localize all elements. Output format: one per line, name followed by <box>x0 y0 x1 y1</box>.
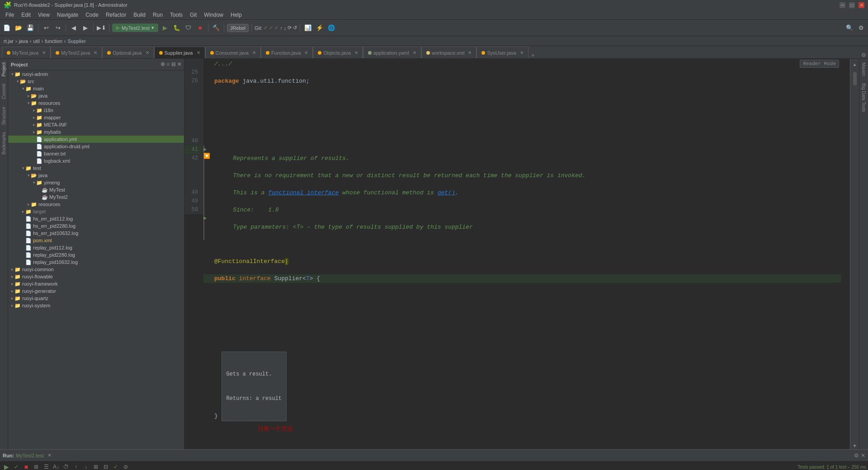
sidebar-item-project[interactable]: Project <box>0 59 7 80</box>
show-ignored-btn[interactable]: ⊘ <box>121 462 130 470</box>
tree-item-ruoyi-admin[interactable]: ▾ 📁 ruoyi-admin <box>8 70 184 78</box>
run-close-icon[interactable]: ✕ <box>47 452 52 458</box>
tab-close-appyaml[interactable]: ✕ <box>413 50 416 55</box>
show-passed-btn[interactable]: ✓ <box>111 462 120 470</box>
sidebar-item-commit[interactable]: Commit <box>0 80 7 103</box>
profiler-btn[interactable]: ⚡ <box>315 23 325 33</box>
tree-item-resources-test[interactable]: ▸ 📁 resources <box>8 201 184 208</box>
tree-item-application-druid[interactable]: 📄 application-druid.yml <box>8 143 184 150</box>
project-expand-icon[interactable]: ⊟ <box>171 61 175 67</box>
tree-item-application-yml[interactable]: 📄 application.yml <box>8 136 184 143</box>
tree-item-replay1[interactable]: 📄 replay_pid112.log <box>8 244 184 251</box>
tree-item-replay3[interactable]: 📄 replay_pid10632.log <box>8 258 184 266</box>
breadcrumb-item-function[interactable]: function <box>45 38 62 44</box>
scroll-top-btn[interactable]: ▲ <box>851 61 859 68</box>
reader-mode-button[interactable]: Reader Mode <box>800 60 839 68</box>
sidebar-item-bigdata[interactable]: Big Data Tools <box>860 80 867 116</box>
menu-run[interactable]: Run <box>149 11 166 19</box>
tree-item-target[interactable]: ▸ 📁 target <box>8 208 184 215</box>
tab-overflow-btn[interactable]: » <box>528 52 538 58</box>
minimize-button[interactable]: ─ <box>840 2 845 8</box>
search-everywhere-btn[interactable]: 🔍 <box>844 23 854 33</box>
project-close-icon[interactable]: ✕ <box>177 61 181 67</box>
run-btn[interactable]: ▶ <box>160 23 170 33</box>
tab-optional[interactable]: Optional.java ✕ <box>102 47 154 58</box>
tree-item-log2[interactable]: 📄 hs_err_pid2280.log <box>8 222 184 230</box>
build-btn[interactable]: 🔨 <box>211 23 221 33</box>
new-file-btn[interactable]: 📄 <box>2 23 12 33</box>
expand-all-btn[interactable]: ⊞ <box>91 462 100 470</box>
tab-close-sysuser[interactable]: ✕ <box>520 50 524 55</box>
menu-view[interactable]: View <box>34 11 53 19</box>
tab-close-supplier[interactable]: ✕ <box>197 50 200 55</box>
tab-supplier[interactable]: Supplier.java ✕ <box>154 47 205 58</box>
rerun-btn[interactable]: ▶ <box>2 462 11 470</box>
tree-item-log1[interactable]: 📄 hs_err_pid112.log <box>8 215 184 222</box>
tree-item-replay2[interactable]: 📄 replay_pid2280.log <box>8 251 184 258</box>
sidebar-item-maven[interactable]: Maven <box>860 59 867 80</box>
tree-item-mytest[interactable]: ☕ MyTest <box>8 186 184 193</box>
tree-item-yimeng[interactable]: ▾ 📁 yimeng <box>8 179 184 186</box>
breadcrumb-item-util[interactable]: util <box>33 38 40 44</box>
run-settings-icon[interactable]: ⚙ <box>854 452 859 459</box>
jrebel-button[interactable]: JRebel <box>227 24 249 32</box>
settings-btn[interactable]: ⚙ <box>856 23 866 33</box>
tab-objects[interactable]: Objects.java ✕ <box>313 47 363 58</box>
redo-btn[interactable]: ↪ <box>53 23 63 33</box>
editor-content[interactable]: 25 26 40 41 42 48 49 50 / <box>184 59 850 449</box>
debug-btn[interactable]: 🐛 <box>172 23 182 33</box>
tab-close-optional[interactable]: ✕ <box>146 50 149 55</box>
tree-item-logback[interactable]: 📄 logback.xml <box>8 157 184 164</box>
run-recent-btn[interactable]: ▶⬇ <box>96 23 106 33</box>
project-settings-icon[interactable]: ⚙ <box>160 61 165 67</box>
tree-item-ruoyi-quartz[interactable]: ▸ 📁 ruoyi-quartz <box>8 295 184 302</box>
menu-git[interactable]: Git <box>186 11 200 19</box>
code-viewport[interactable]: /.../ package java.util.function; Repres… <box>203 59 841 449</box>
tree-item-ruoyi-common[interactable]: ▸ 📁 ruoyi-common <box>8 266 184 273</box>
next-failed-btn[interactable]: ↓ <box>81 462 90 470</box>
sidebar-item-structure[interactable]: Structure <box>0 103 7 129</box>
tree-item-ruoyi-generator[interactable]: ▸ 📁 ruoyi-generator <box>8 287 184 295</box>
tree-item-meta-inf[interactable]: ▸ 📁 META-INF <box>8 121 184 128</box>
menu-edit[interactable]: Edit <box>18 11 34 19</box>
back-btn[interactable]: ◀ <box>69 23 79 33</box>
forward-btn[interactable]: ▶ <box>80 23 90 33</box>
tree-item-resources[interactable]: ▾ 📁 resources <box>8 99 184 107</box>
scrollbar-thumb[interactable] <box>853 72 857 85</box>
menu-navigate[interactable]: Navigate <box>53 11 82 19</box>
tree-item-log3[interactable]: 📄 hs_err_pid10632.log <box>8 230 184 237</box>
tab-close-mytest2[interactable]: ✕ <box>94 50 97 55</box>
toggle-tree-btn[interactable]: ☰ <box>42 462 51 470</box>
menu-code[interactable]: Code <box>82 11 102 19</box>
scrollbar-track[interactable] <box>850 70 859 440</box>
tab-close-function[interactable]: ✕ <box>304 50 308 55</box>
tree-item-ruoyi-framework[interactable]: ▸ 📁 ruoyi-framework <box>8 280 184 287</box>
breadcrumb-item-supplier[interactable]: Supplier <box>67 38 85 44</box>
tab-consumer[interactable]: Consumer.java ✕ <box>205 47 261 58</box>
sidebar-item-bookmarks[interactable]: Bookmarks <box>0 128 7 158</box>
save-btn[interactable]: 💾 <box>25 23 35 33</box>
window-controls[interactable]: ─ □ ✕ <box>840 2 864 8</box>
tree-item-banner[interactable]: 📄 banner.txt <box>8 150 184 157</box>
stop-btn[interactable]: ■ <box>195 23 205 33</box>
menu-file[interactable]: File <box>2 11 18 19</box>
tab-mytest2[interactable]: MyTest2.java ✕ <box>51 47 102 58</box>
translate-btn[interactable]: 🌐 <box>326 23 336 33</box>
run-test-btn[interactable]: ✓ <box>12 462 21 470</box>
run-hide-icon[interactable]: ✕ <box>861 452 865 459</box>
tab-close-workspace[interactable]: ✕ <box>468 50 472 55</box>
tree-item-mybatis[interactable]: ▸ 📁 mybatis <box>8 128 184 136</box>
tree-item-pom[interactable]: 📄 pom.xml <box>8 237 184 244</box>
run-line-icon-41[interactable]: ▶ <box>203 146 212 153</box>
tree-item-mytest2[interactable]: ☕ MyTest2 <box>8 193 184 201</box>
tree-item-main[interactable]: ▾ 📁 main <box>8 85 184 92</box>
open-btn[interactable]: 📂 <box>14 23 24 33</box>
tree-item-i18n[interactable]: ▸ 📁 i18n <box>8 107 184 114</box>
menu-build[interactable]: Build <box>130 11 149 19</box>
tree-item-src[interactable]: ▾ 📂 src <box>8 78 184 85</box>
breadcrumb-item-java[interactable]: java <box>19 38 28 44</box>
project-tree[interactable]: ▾ 📁 ruoyi-admin ▾ 📂 src ▾ 📁 main ▸ <box>8 70 184 449</box>
scroll-bottom-btn[interactable]: ▼ <box>851 442 859 449</box>
run-config-dropdown[interactable]: ▶ MyTest2.test ▾ <box>112 24 158 32</box>
tab-function[interactable]: Function.java ✕ <box>261 47 313 58</box>
